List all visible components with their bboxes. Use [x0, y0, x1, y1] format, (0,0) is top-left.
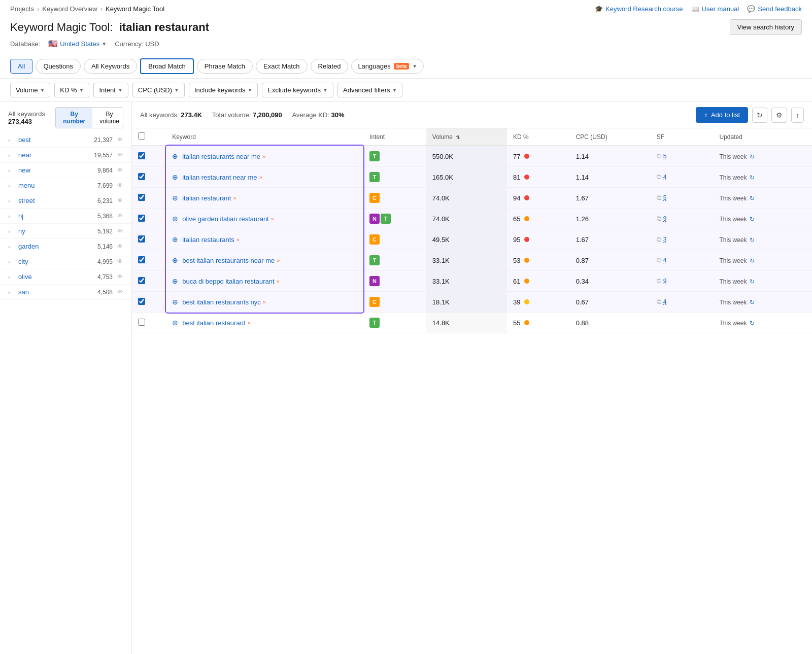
expand-icon[interactable]: ›	[8, 213, 16, 219]
row-checkbox[interactable]	[138, 319, 145, 326]
export-button[interactable]: ↑	[791, 108, 804, 123]
sf-number[interactable]: 9	[663, 278, 667, 285]
tab-broad-match[interactable]: Broad Match	[140, 58, 194, 74]
user-manual-link[interactable]: 📖 User manual	[691, 5, 739, 13]
eye-icon[interactable]: 👁	[117, 273, 123, 281]
sidebar-item[interactable]: › city 4,995 👁	[0, 254, 131, 269]
keyword-link[interactable]: ⊕ best italian restaurants near me »	[172, 256, 357, 264]
keyword-link[interactable]: ⊕ italian restaurants near me »	[172, 152, 357, 160]
sidebar-item[interactable]: › garden 5,146 👁	[0, 239, 131, 254]
row-checkbox[interactable]	[138, 256, 145, 263]
sidebar-item[interactable]: › street 6,231 👁	[0, 193, 131, 209]
sidebar-item[interactable]: › near 19,557 👁	[0, 148, 131, 163]
sf-number[interactable]: 5	[663, 153, 667, 160]
keyword-link[interactable]: ⊕ best italian restaurants nyc »	[172, 298, 357, 306]
sidebar-item[interactable]: › menu 7,699 👁	[0, 178, 131, 193]
eye-icon[interactable]: 👁	[117, 136, 123, 144]
tab-related[interactable]: Related	[311, 59, 349, 74]
eye-icon[interactable]: 👁	[117, 182, 123, 189]
add-keyword-icon[interactable]: ⊕	[172, 194, 178, 202]
sf-number[interactable]: 4	[663, 298, 667, 305]
refresh-row-icon[interactable]: ↻	[750, 236, 755, 244]
sf-number[interactable]: 4	[663, 174, 667, 181]
include-keywords-filter[interactable]: Include keywords ▼	[189, 83, 258, 97]
keyword-link[interactable]: ⊕ italian restaurant near me »	[172, 173, 357, 181]
toggle-by-volume[interactable]: By volume	[92, 108, 123, 128]
keyword-link[interactable]: ⊕ olive garden italian restaurant »	[172, 215, 357, 223]
send-feedback-link[interactable]: 💬 Send feedback	[747, 5, 802, 13]
settings-button[interactable]: ⚙	[771, 108, 787, 123]
add-keyword-icon[interactable]: ⊕	[172, 173, 178, 181]
sidebar-item[interactable]: › ny 5,192 👁	[0, 224, 131, 239]
col-header-volume[interactable]: Volume ⇅	[426, 128, 507, 146]
keyword-link[interactable]: ⊕ buca di beppo italian restaurant »	[172, 277, 357, 285]
row-checkbox[interactable]	[138, 194, 145, 201]
sf-number[interactable]: 3	[663, 236, 667, 243]
refresh-row-icon[interactable]: ↻	[750, 257, 755, 264]
sidebar-item[interactable]: › olive 4,753 👁	[0, 269, 131, 285]
expand-icon[interactable]: ›	[8, 137, 16, 143]
row-checkbox[interactable]	[138, 235, 145, 243]
view-search-history-button[interactable]: View search history	[730, 19, 802, 35]
add-keyword-icon[interactable]: ⊕	[172, 152, 178, 160]
eye-icon[interactable]: 👁	[117, 212, 123, 220]
tab-questions[interactable]: Questions	[36, 59, 81, 74]
add-keyword-icon[interactable]: ⊕	[172, 256, 178, 264]
add-keyword-icon[interactable]: ⊕	[172, 277, 178, 285]
refresh-row-icon[interactable]: ↻	[750, 320, 755, 327]
sidebar-item[interactable]: › san 4,508 👁	[0, 285, 131, 300]
expand-icon[interactable]: ›	[8, 183, 16, 189]
col-header-keyword[interactable]: Keyword	[166, 128, 363, 146]
select-all-checkbox[interactable]	[138, 132, 145, 140]
cpc-filter[interactable]: CPC (USD) ▼	[132, 83, 185, 97]
eye-icon[interactable]: 👁	[117, 197, 123, 204]
eye-icon[interactable]: 👁	[117, 151, 123, 159]
sf-number[interactable]: 5	[663, 194, 667, 201]
kd-filter[interactable]: KD % ▼	[54, 83, 89, 97]
tab-exact-match[interactable]: Exact Match	[256, 59, 308, 74]
keyword-course-link[interactable]: 🎓 Keyword Research course	[595, 5, 683, 13]
toggle-by-number[interactable]: By number	[56, 108, 92, 128]
refresh-row-icon[interactable]: ↻	[750, 195, 755, 202]
col-header-sf[interactable]: SF	[651, 128, 714, 146]
expand-icon[interactable]: ›	[8, 228, 16, 234]
eye-icon[interactable]: 👁	[117, 288, 123, 296]
breadcrumb-projects[interactable]: Projects	[10, 5, 34, 13]
sf-number[interactable]: 9	[663, 215, 667, 222]
expand-icon[interactable]: ›	[8, 259, 16, 265]
advanced-filters[interactable]: Advanced filters ▼	[337, 83, 402, 97]
keyword-link[interactable]: ⊕ italian restaurants »	[172, 235, 357, 244]
expand-icon[interactable]: ›	[8, 167, 16, 174]
sidebar-item[interactable]: › best 21,397 👁	[0, 132, 131, 148]
volume-filter[interactable]: Volume ▼	[10, 83, 50, 97]
add-to-list-button[interactable]: + Add to list	[696, 107, 748, 123]
keyword-link[interactable]: ⊕ italian restaurant »	[172, 194, 357, 202]
tab-phrase-match[interactable]: Phrase Match	[197, 59, 253, 74]
add-keyword-icon[interactable]: ⊕	[172, 235, 178, 244]
eye-icon[interactable]: 👁	[117, 227, 123, 235]
eye-icon[interactable]: 👁	[117, 258, 123, 265]
tab-all[interactable]: All	[10, 59, 32, 74]
eye-icon[interactable]: 👁	[117, 243, 123, 250]
database-country-link[interactable]: 🇺🇸 United States ▼	[48, 39, 107, 48]
col-header-cpc[interactable]: CPC (USD)	[570, 128, 651, 146]
exclude-keywords-filter[interactable]: Exclude keywords ▼	[262, 83, 333, 97]
row-checkbox[interactable]	[138, 277, 145, 284]
add-keyword-icon[interactable]: ⊕	[172, 215, 178, 223]
sf-number[interactable]: 4	[663, 257, 667, 264]
languages-button[interactable]: Languages beta ▼	[351, 59, 424, 74]
expand-icon[interactable]: ›	[8, 198, 16, 204]
add-keyword-icon[interactable]: ⊕	[172, 319, 178, 327]
expand-icon[interactable]: ›	[8, 152, 16, 158]
refresh-row-icon[interactable]: ↻	[750, 278, 755, 285]
keyword-link[interactable]: ⊕ best italian restaurant »	[172, 319, 357, 327]
expand-icon[interactable]: ›	[8, 274, 16, 280]
breadcrumb-keyword-overview[interactable]: Keyword Overview	[42, 5, 97, 13]
col-header-kd[interactable]: KD %	[507, 128, 570, 146]
sidebar-item[interactable]: › new 9,864 👁	[0, 163, 131, 178]
expand-icon[interactable]: ›	[8, 289, 16, 295]
row-checkbox[interactable]	[138, 298, 145, 305]
refresh-button[interactable]: ↻	[752, 108, 767, 123]
eye-icon[interactable]: 👁	[117, 166, 123, 174]
intent-filter[interactable]: Intent ▼	[93, 83, 128, 97]
